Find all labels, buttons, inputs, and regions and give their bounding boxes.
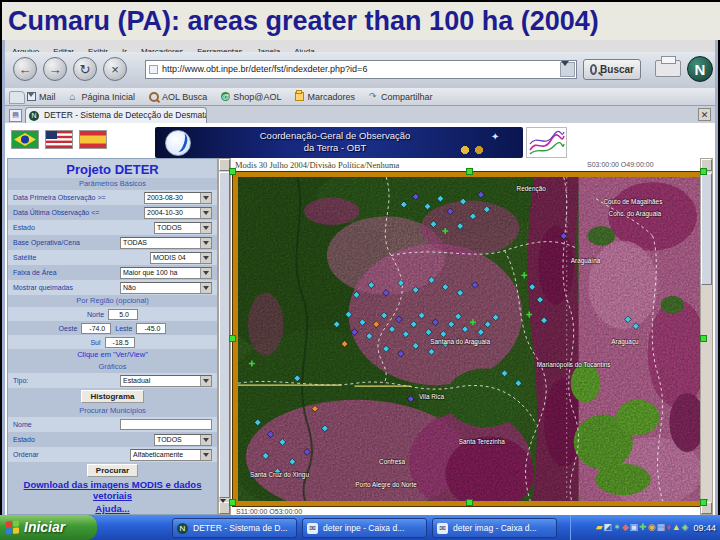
filter-3-select[interactable]: TODAS bbox=[120, 237, 212, 249]
toolbar-item-marcadores[interactable]: Marcadores bbox=[295, 92, 355, 102]
page-proxy-icon bbox=[149, 65, 158, 74]
filter-4-row: SatéliteMODIS 04 bbox=[8, 250, 217, 265]
chevron-down-icon[interactable] bbox=[200, 223, 211, 233]
tray-icon-4[interactable]: ◆ bbox=[622, 515, 629, 540]
filter-2-value: TODOS bbox=[157, 224, 182, 231]
chevron-down-icon[interactable] bbox=[200, 435, 211, 445]
filter-1-label: Data Última Observação <= bbox=[13, 209, 99, 216]
map-handle[interactable] bbox=[229, 499, 236, 506]
map-handle[interactable] bbox=[466, 499, 473, 506]
municipio-estado-select[interactable]: TODOS bbox=[154, 434, 212, 446]
municipio-ordenar-select[interactable]: Alfabeticamente bbox=[130, 449, 212, 461]
help-link[interactable]: Ajuda... bbox=[8, 503, 217, 514]
download-link[interactable]: Download das imagens MODIS e dados vetor… bbox=[8, 479, 217, 501]
municipio-ordenar-row: OrdenarAlfabeticamente bbox=[8, 447, 217, 462]
map-handle[interactable] bbox=[700, 168, 707, 175]
tray-icon-11[interactable]: ◈ bbox=[682, 515, 689, 540]
banner-line1: Coordenação-Geral de Observação bbox=[215, 130, 455, 142]
tray-icon-9[interactable]: ♦ bbox=[666, 515, 671, 540]
filter-2-select[interactable]: TODOS bbox=[154, 222, 212, 234]
toolbar-item-aol-busca[interactable]: AOL Busca bbox=[149, 92, 207, 102]
chevron-down-icon[interactable] bbox=[200, 238, 211, 248]
netscape-logo[interactable]: N bbox=[687, 56, 713, 82]
tray-icon-1[interactable]: ▰ bbox=[596, 515, 603, 540]
chevron-down-icon[interactable] bbox=[200, 253, 211, 263]
chevron-down-icon[interactable] bbox=[200, 450, 211, 460]
brazil-flag-icon[interactable] bbox=[11, 130, 39, 149]
filter-6-value: Não bbox=[123, 284, 136, 291]
filter-4-select[interactable]: MODIS 04 bbox=[150, 252, 212, 264]
print-icon[interactable] bbox=[655, 60, 681, 77]
filter-1-select[interactable]: 2004-10-30 bbox=[144, 207, 212, 219]
stop-icon[interactable]: × bbox=[103, 57, 127, 81]
toolbar-grip[interactable] bbox=[9, 91, 25, 104]
toolbar-item-mail[interactable]: Mail bbox=[27, 92, 56, 102]
windows-logo-icon bbox=[6, 520, 19, 534]
region-row: Sul-18.5 bbox=[8, 335, 217, 349]
forward-icon[interactable]: → bbox=[43, 57, 67, 81]
reload-icon[interactable]: ↻ bbox=[73, 57, 97, 81]
tray-icon-7[interactable]: ◉ bbox=[648, 515, 656, 540]
spain-flag-icon[interactable] bbox=[79, 130, 107, 149]
chevron-down-icon[interactable] bbox=[200, 283, 211, 293]
map-place-label: Confresa bbox=[379, 458, 405, 465]
toolbar-item-p-gina-inicial[interactable]: ⌂Página Inicial bbox=[70, 92, 136, 102]
close-tab-button[interactable]: ✕ bbox=[698, 108, 711, 121]
municipio-nome-input[interactable] bbox=[120, 419, 212, 430]
histogram-button[interactable]: Histograma bbox=[81, 390, 143, 403]
filter-4-label: Satélite bbox=[13, 254, 36, 261]
bookmarks-panel-icon[interactable]: ▤ bbox=[9, 109, 22, 122]
chevron-down-icon[interactable] bbox=[200, 208, 211, 218]
filter-6-select[interactable]: Não bbox=[120, 282, 212, 294]
tray-icon-2[interactable]: ◩ bbox=[604, 515, 613, 540]
toolbar-item-label: Mail bbox=[39, 92, 56, 102]
search-button[interactable]: Buscar bbox=[583, 59, 641, 80]
map-cursor-coords: S03:00:00 O49:00:00 bbox=[587, 161, 654, 168]
procurar-button[interactable]: Procurar bbox=[87, 464, 138, 477]
filter-0-value: 2003-08-30 bbox=[147, 194, 183, 201]
url-bar[interactable]: http://www.obt.inpe.br/deter/fst/indexde… bbox=[145, 60, 577, 79]
filter-5-select[interactable]: Maior que 100 ha bbox=[120, 267, 212, 279]
tray-icon-10[interactable]: ▲ bbox=[672, 515, 681, 540]
toolbar-item-shop-aol[interactable]: @Shop@AOL bbox=[221, 92, 281, 102]
filter-5-row: Faixa de ÁreaMaior que 100 ha bbox=[8, 265, 217, 280]
map-handle[interactable] bbox=[700, 499, 707, 506]
tray-icon-3[interactable]: ✶ bbox=[613, 515, 621, 540]
folder-icon bbox=[295, 92, 304, 101]
tray-icon-8[interactable]: ▦ bbox=[657, 515, 666, 540]
map-handle[interactable] bbox=[229, 168, 236, 175]
tray-icon-6[interactable]: ✚ bbox=[639, 515, 647, 540]
inpe-logo bbox=[526, 127, 567, 158]
region-sul-input[interactable]: -18.5 bbox=[105, 337, 135, 348]
map-handle[interactable] bbox=[700, 335, 707, 342]
chevron-down-icon[interactable] bbox=[200, 268, 211, 278]
browser-window: ArquivoEditarExibirIrMarcadoresFerrament… bbox=[2, 40, 718, 515]
tray-icon-5[interactable]: ▣ bbox=[630, 515, 639, 540]
browser-tab[interactable]: N DETER - Sistema de Detecção de Desmata… bbox=[25, 107, 207, 123]
map-handle[interactable] bbox=[229, 335, 236, 342]
chevron-down-icon[interactable] bbox=[200, 193, 211, 203]
chevron-down-icon bbox=[200, 376, 211, 386]
mail-icon: ✉ bbox=[307, 523, 318, 534]
region-norte-input[interactable]: 5.0 bbox=[108, 309, 138, 320]
map-handle[interactable] bbox=[466, 168, 473, 175]
satellite-art-icon: ✦ bbox=[491, 131, 499, 142]
map-viewport[interactable]: RedençãoCouto de MagalhãesConc. do Aragu… bbox=[233, 172, 707, 506]
region-leste-input[interactable]: -45.0 bbox=[136, 323, 166, 334]
back-icon[interactable]: ← bbox=[13, 57, 37, 81]
region-oeste-input[interactable]: -74.0 bbox=[81, 323, 111, 334]
url-dropdown-icon[interactable] bbox=[560, 62, 575, 77]
start-button[interactable]: Iniciar bbox=[0, 515, 97, 540]
toolbar-item-compartilhar[interactable]: ↷Compartilhar bbox=[369, 92, 433, 102]
chart-type-select[interactable]: Estadual bbox=[120, 375, 212, 387]
usa-flag-icon[interactable] bbox=[45, 130, 73, 149]
filter-0-select[interactable]: 2003-08-30 bbox=[144, 192, 212, 204]
taskbar-task-0[interactable]: NDETER - Sistema de D... bbox=[172, 518, 297, 538]
task-label: deter imag - Caixa d... bbox=[453, 523, 537, 533]
map-place-label: Vila Rica bbox=[419, 393, 445, 400]
taskbar-task-2[interactable]: ✉deter imag - Caixa d... bbox=[432, 518, 557, 538]
page-content: Coordenação-Geral de Observação da Terra… bbox=[5, 123, 715, 515]
taskbar-task-1[interactable]: ✉deter inpe - Caixa d... bbox=[302, 518, 427, 538]
coins-art bbox=[455, 145, 489, 155]
shop-icon: @ bbox=[221, 92, 230, 101]
